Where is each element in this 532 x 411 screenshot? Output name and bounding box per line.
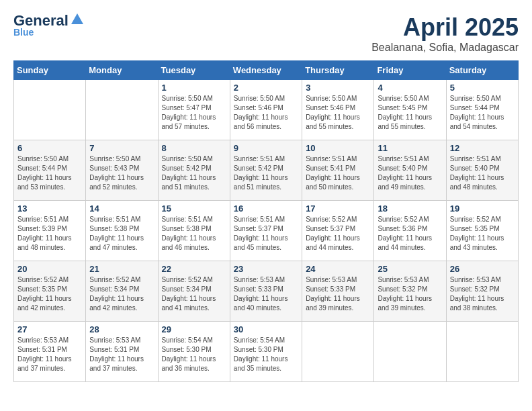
cell-details: Sunrise: 5:52 AMSunset: 5:35 PMDaylight:… (450, 215, 515, 253)
cell-details: Sunrise: 5:52 AMSunset: 5:37 PMDaylight:… (306, 215, 370, 253)
calendar-cell: 10Sunrise: 5:51 AMSunset: 5:41 PMDayligh… (302, 140, 374, 201)
day-number: 11 (378, 143, 442, 153)
day-number: 13 (17, 203, 82, 214)
cell-details: Sunrise: 5:54 AMSunset: 5:30 PMDaylight:… (234, 336, 298, 373)
cell-details: Sunrise: 5:52 AMSunset: 5:34 PMDaylight:… (89, 275, 154, 313)
month-year: April 2025 (371, 13, 519, 42)
day-number: 20 (17, 264, 82, 274)
calendar-cell: 23Sunrise: 5:53 AMSunset: 5:33 PMDayligh… (230, 261, 302, 322)
logo: General Blue (13, 13, 85, 38)
cell-details: Sunrise: 5:50 AMSunset: 5:42 PMDaylight:… (162, 154, 226, 192)
calendar-cell: 5Sunrise: 5:50 AMSunset: 5:44 PMDaylight… (446, 80, 518, 140)
logo-general: General (13, 13, 69, 28)
cell-details: Sunrise: 5:53 AMSunset: 5:33 PMDaylight:… (234, 275, 298, 313)
calendar-cell: 28Sunrise: 5:53 AMSunset: 5:31 PMDayligh… (86, 322, 158, 382)
calendar-cell (86, 80, 158, 140)
calendar-cell: 17Sunrise: 5:52 AMSunset: 5:37 PMDayligh… (302, 201, 374, 261)
calendar-cell: 25Sunrise: 5:53 AMSunset: 5:32 PMDayligh… (374, 261, 446, 322)
cell-details: Sunrise: 5:51 AMSunset: 5:39 PMDaylight:… (17, 215, 82, 253)
cell-details: Sunrise: 5:51 AMSunset: 5:38 PMDaylight:… (162, 215, 226, 253)
cell-details: Sunrise: 5:53 AMSunset: 5:32 PMDaylight:… (450, 275, 515, 313)
calendar-cell: 30Sunrise: 5:54 AMSunset: 5:30 PMDayligh… (230, 322, 302, 382)
cell-details: Sunrise: 5:52 AMSunset: 5:34 PMDaylight:… (162, 275, 226, 313)
calendar-cell: 9Sunrise: 5:51 AMSunset: 5:42 PMDaylight… (230, 140, 302, 201)
day-number: 6 (17, 143, 82, 153)
weekday-header: Tuesday (158, 61, 230, 80)
day-number: 19 (450, 203, 515, 214)
calendar-cell: 20Sunrise: 5:52 AMSunset: 5:35 PMDayligh… (14, 261, 86, 322)
day-number: 12 (450, 143, 515, 153)
calendar-table: SundayMondayTuesdayWednesdayThursdayFrid… (13, 60, 519, 382)
day-number: 21 (89, 264, 154, 274)
day-number: 5 (450, 83, 515, 93)
calendar-cell (374, 322, 446, 382)
calendar-cell (14, 80, 86, 140)
logo-icon (70, 12, 85, 27)
cell-details: Sunrise: 5:52 AMSunset: 5:36 PMDaylight:… (378, 215, 442, 253)
day-number: 25 (378, 264, 442, 274)
weekday-header: Friday (374, 61, 446, 80)
calendar-cell: 8Sunrise: 5:50 AMSunset: 5:42 PMDaylight… (158, 140, 230, 201)
cell-details: Sunrise: 5:51 AMSunset: 5:40 PMDaylight:… (450, 154, 515, 192)
cell-details: Sunrise: 5:50 AMSunset: 5:45 PMDaylight:… (378, 94, 442, 132)
calendar-cell: 15Sunrise: 5:51 AMSunset: 5:38 PMDayligh… (158, 201, 230, 261)
calendar-cell: 1Sunrise: 5:50 AMSunset: 5:47 PMDaylight… (158, 80, 230, 140)
logo-blue: Blue (13, 27, 34, 38)
day-number: 14 (89, 203, 154, 214)
cell-details: Sunrise: 5:54 AMSunset: 5:30 PMDaylight:… (162, 336, 226, 373)
day-number: 18 (378, 203, 442, 214)
calendar-cell: 22Sunrise: 5:52 AMSunset: 5:34 PMDayligh… (158, 261, 230, 322)
cell-details: Sunrise: 5:53 AMSunset: 5:31 PMDaylight:… (89, 336, 154, 373)
cell-details: Sunrise: 5:51 AMSunset: 5:37 PMDaylight:… (234, 215, 298, 253)
cell-details: Sunrise: 5:53 AMSunset: 5:33 PMDaylight:… (306, 275, 370, 313)
cell-details: Sunrise: 5:50 AMSunset: 5:43 PMDaylight:… (89, 154, 154, 192)
cell-details: Sunrise: 5:50 AMSunset: 5:46 PMDaylight:… (234, 94, 298, 132)
weekday-header: Saturday (446, 61, 518, 80)
calendar-cell: 6Sunrise: 5:50 AMSunset: 5:44 PMDaylight… (14, 140, 86, 201)
calendar-cell: 29Sunrise: 5:54 AMSunset: 5:30 PMDayligh… (158, 322, 230, 382)
day-number: 9 (234, 143, 298, 153)
day-number: 28 (89, 324, 154, 334)
cell-details: Sunrise: 5:51 AMSunset: 5:41 PMDaylight:… (306, 154, 370, 192)
calendar-cell: 13Sunrise: 5:51 AMSunset: 5:39 PMDayligh… (14, 201, 86, 261)
day-number: 1 (162, 83, 226, 93)
cell-details: Sunrise: 5:52 AMSunset: 5:35 PMDaylight:… (17, 275, 82, 313)
cell-details: Sunrise: 5:50 AMSunset: 5:44 PMDaylight:… (17, 154, 82, 192)
calendar-cell: 16Sunrise: 5:51 AMSunset: 5:37 PMDayligh… (230, 201, 302, 261)
calendar-cell (302, 322, 374, 382)
day-number: 16 (234, 203, 298, 214)
day-number: 8 (162, 143, 226, 153)
weekday-header: Wednesday (230, 61, 302, 80)
calendar-cell: 21Sunrise: 5:52 AMSunset: 5:34 PMDayligh… (86, 261, 158, 322)
calendar-cell: 3Sunrise: 5:50 AMSunset: 5:46 PMDaylight… (302, 80, 374, 140)
calendar-cell (446, 322, 518, 382)
calendar-cell: 7Sunrise: 5:50 AMSunset: 5:43 PMDaylight… (86, 140, 158, 201)
day-number: 4 (378, 83, 442, 93)
day-number: 24 (306, 264, 370, 274)
day-number: 2 (234, 83, 298, 93)
day-number: 29 (162, 324, 226, 334)
day-number: 30 (234, 324, 298, 334)
cell-details: Sunrise: 5:53 AMSunset: 5:31 PMDaylight:… (17, 336, 82, 373)
weekday-header: Sunday (14, 61, 86, 80)
calendar-cell: 12Sunrise: 5:51 AMSunset: 5:40 PMDayligh… (446, 140, 518, 201)
calendar-cell: 24Sunrise: 5:53 AMSunset: 5:33 PMDayligh… (302, 261, 374, 322)
calendar-cell: 19Sunrise: 5:52 AMSunset: 5:35 PMDayligh… (446, 201, 518, 261)
day-number: 10 (306, 143, 370, 153)
title-block: April 2025 Bealanana, Sofia, Madagascar (371, 13, 519, 54)
cell-details: Sunrise: 5:50 AMSunset: 5:46 PMDaylight:… (306, 94, 370, 132)
cell-details: Sunrise: 5:51 AMSunset: 5:38 PMDaylight:… (89, 215, 154, 253)
calendar-cell: 27Sunrise: 5:53 AMSunset: 5:31 PMDayligh… (14, 322, 86, 382)
cell-details: Sunrise: 5:51 AMSunset: 5:40 PMDaylight:… (378, 154, 442, 192)
day-number: 3 (306, 83, 370, 93)
calendar-cell: 2Sunrise: 5:50 AMSunset: 5:46 PMDaylight… (230, 80, 302, 140)
weekday-header: Thursday (302, 61, 374, 80)
day-number: 17 (306, 203, 370, 214)
calendar-cell: 4Sunrise: 5:50 AMSunset: 5:45 PMDaylight… (374, 80, 446, 140)
day-number: 27 (17, 324, 82, 334)
day-number: 22 (162, 264, 226, 274)
page-header: General Blue April 2025 Bealanana, Sofia… (13, 13, 519, 54)
svg-marker-0 (71, 13, 83, 24)
day-number: 26 (450, 264, 515, 274)
day-number: 15 (162, 203, 226, 214)
